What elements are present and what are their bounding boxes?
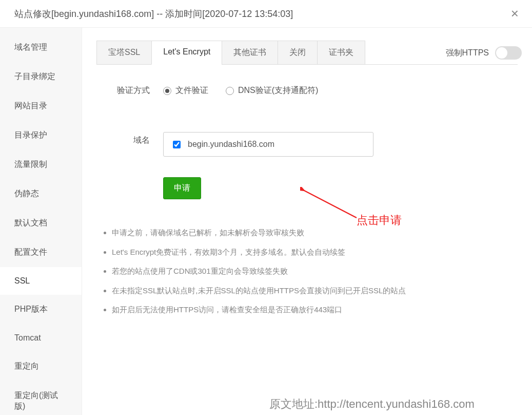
- tab-bt-ssl[interactable]: 宝塔SSL: [96, 41, 152, 65]
- modal-body: 域名管理 子目录绑定 网站目录 目录保护 流量限制 伪静态 默认文档 配置文件 …: [0, 28, 532, 415]
- note-item: 如开启后无法使用HTTPS访问，请检查安全组是否正确放行443端口: [112, 300, 518, 319]
- domain-select-box: begin.yundashi168.com: [163, 132, 373, 157]
- force-https-toggle[interactable]: [495, 46, 522, 60]
- note-item: Let's Encrypt免费证书，有效期3个月，支持多域名。默认会自动续签: [112, 242, 518, 262]
- sidebar-item-config-file[interactable]: 配置文件: [0, 238, 82, 267]
- domain-checkbox[interactable]: [173, 141, 181, 148]
- sidebar-item-domain-mgmt[interactable]: 域名管理: [0, 33, 82, 62]
- domain-row: 域名 begin.yundashi168.com: [96, 132, 518, 157]
- sidebar-item-dir-protect[interactable]: 目录保护: [0, 121, 82, 150]
- note-item: 在未指定SSL默认站点时,未开启SSL的站点使用HTTPS会直接访问到已开启SS…: [112, 281, 518, 300]
- notes-list: 申请之前，请确保域名已解析，如未解析会导致审核失败 Let's Encrypt免…: [96, 223, 518, 319]
- toggle-knob: [496, 47, 507, 59]
- radio-group: 文件验证 DNS验证(支持通配符): [163, 82, 318, 96]
- radio-file-label: 文件验证: [175, 85, 208, 96]
- tab-cert-folder[interactable]: 证书夹: [317, 41, 365, 65]
- force-https-row: 强制HTTPS: [446, 46, 522, 60]
- sidebar-item-pseudo-static[interactable]: 伪静态: [0, 179, 82, 209]
- verify-label: 验证方式: [96, 82, 163, 96]
- note-item: 若您的站点使用了CDN或301重定向会导致续签失败: [112, 261, 518, 281]
- content-panel: 宝塔SSL Let's Encrypt 其他证书 关闭 证书夹 强制HTTPS …: [82, 28, 532, 415]
- close-icon[interactable]: ×: [508, 6, 522, 22]
- note-item: 申请之前，请确保域名已解析，如未解析会导致审核失败: [112, 223, 518, 242]
- radio-file-verify[interactable]: 文件验证: [163, 85, 208, 96]
- force-https-label: 强制HTTPS: [446, 48, 489, 59]
- radio-circle-icon: [226, 87, 234, 95]
- sidebar-item-php-ver[interactable]: PHP版本: [0, 295, 82, 324]
- domain-label: 域名: [96, 132, 163, 146]
- domain-value: begin.yundashi168.com: [188, 140, 274, 149]
- radio-dns-label: DNS验证(支持通配符): [238, 85, 318, 96]
- sidebar-item-traffic-limit[interactable]: 流量限制: [0, 150, 82, 179]
- sidebar-item-tomcat[interactable]: Tomcat: [0, 324, 82, 352]
- svg-line-1: [303, 190, 357, 218]
- sidebar-item-site-dir[interactable]: 网站目录: [0, 91, 82, 121]
- tab-other-cert[interactable]: 其他证书: [222, 41, 278, 65]
- sidebar: 域名管理 子目录绑定 网站目录 目录保护 流量限制 伪静态 默认文档 配置文件 …: [0, 28, 82, 415]
- modal-header: 站点修改[begin.yundashi168.com] -- 添加时间[2020…: [0, 0, 532, 28]
- sidebar-item-redirect[interactable]: 重定向: [0, 352, 82, 381]
- apply-button[interactable]: 申请: [163, 177, 201, 199]
- sidebar-item-default-doc[interactable]: 默认文档: [0, 209, 82, 238]
- tab-lets-encrypt[interactable]: Let's Encrypt: [151, 41, 222, 65]
- sidebar-item-ssl[interactable]: SSL: [0, 267, 82, 295]
- tab-close[interactable]: 关闭: [278, 41, 318, 65]
- footer-source: 原文地址:http://tencent.yundashi168.com: [269, 397, 475, 412]
- verify-method-row: 验证方式 文件验证 DNS验证(支持通配符): [96, 82, 518, 96]
- modal-title: 站点修改[begin.yundashi168.com] -- 添加时间[2020…: [14, 8, 293, 20]
- sidebar-item-redirect-beta[interactable]: 重定向(测试版): [0, 381, 82, 415]
- radio-circle-icon: [163, 87, 171, 95]
- radio-dns-verify[interactable]: DNS验证(支持通配符): [226, 85, 318, 96]
- sidebar-item-subdir-bind[interactable]: 子目录绑定: [0, 62, 82, 91]
